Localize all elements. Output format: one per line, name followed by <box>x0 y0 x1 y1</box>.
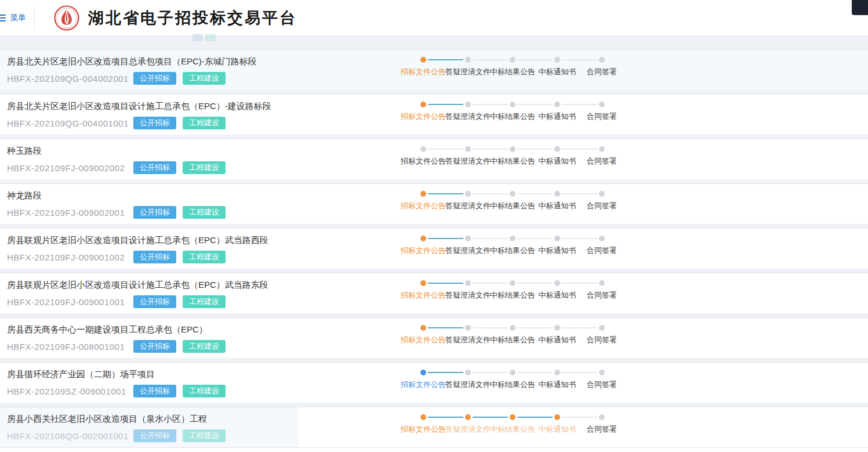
project-title[interactable]: 房县联观片区老旧小区改造项目设计施工总承包（EPC）武当路东段 <box>7 279 406 291</box>
step-label[interactable]: 答疑澄清文件 <box>445 335 491 345</box>
step-label[interactable]: 招标文件公告 <box>401 290 446 301</box>
project-row[interactable]: 种玉路段 HBFX-202109FJ-009002002 公开招标工程建设 招标… <box>0 139 868 179</box>
step-label[interactable]: 答疑澄清文件 <box>445 201 491 211</box>
project-title[interactable]: 房县北关片区老旧小区改造项目总承包项目（EPC)-东城门路标段 <box>7 55 406 68</box>
tag-engineering: 工程建设 <box>183 385 226 397</box>
step-dot <box>465 191 471 197</box>
stepper: 招标文件公告答疑澄清文件中标结果公告中标通知书合同签署 <box>406 407 638 448</box>
project-row[interactable]: 房县西关商务中心一期建设项目工程总承包（EPC） HBFX-202109FJ-0… <box>0 317 868 358</box>
step-connector <box>473 283 508 284</box>
step-dot <box>599 280 605 286</box>
step-label[interactable]: 合同签署 <box>587 201 617 211</box>
step-label[interactable]: 招标文件公告 <box>401 67 446 77</box>
step-label[interactable]: 合同签署 <box>587 379 617 390</box>
step-connector <box>562 104 597 105</box>
step-label[interactable]: 中标通知书 <box>539 379 576 390</box>
project-row[interactable]: 房县联观片区老旧小区改造项目设计施工总承包（EPC）武当路东段 HBFX-202… <box>0 273 868 313</box>
step-label[interactable]: 招标文件公告 <box>401 201 446 211</box>
step-label[interactable]: 中标结果公告 <box>490 67 535 77</box>
step-label[interactable]: 中标通知书 <box>539 156 576 167</box>
step-label[interactable]: 中标结果公告 <box>490 335 535 345</box>
step-label[interactable]: 招标文件公告 <box>401 424 446 435</box>
project-title[interactable]: 房县西关商务中心一期建设项目工程总承包（EPC） <box>7 323 406 336</box>
project-row[interactable]: 房县联观片区老旧小区改造项目设计施工总承包（EPC）武当路西段 HBFX-202… <box>0 228 868 269</box>
step-label[interactable]: 中标通知书 <box>539 424 576 435</box>
step-dot <box>599 414 605 420</box>
step-label[interactable]: 合同签署 <box>587 245 617 256</box>
step-label[interactable]: 合同签署 <box>587 67 617 77</box>
step-label[interactable]: 中标通知书 <box>539 290 576 301</box>
step-label[interactable]: 合同签署 <box>587 290 617 301</box>
step-dot <box>465 102 471 107</box>
hamburger-icon <box>0 15 6 21</box>
step-label[interactable]: 答疑澄清文件 <box>445 245 491 256</box>
step-dot <box>599 370 605 375</box>
project-title[interactable]: 种玉路段 <box>7 144 406 157</box>
project-info: 房县西关商务中心一期建设项目工程总承包（EPC） HBFX-202109FJ-0… <box>0 318 406 358</box>
project-title[interactable]: 房县联观片区老旧小区改造项目设计施工总承包（EPC）武当路西段 <box>7 234 406 247</box>
step-label[interactable]: 中标结果公告 <box>490 379 535 390</box>
step-label[interactable]: 合同签署 <box>587 335 617 345</box>
step-connector <box>562 59 597 60</box>
step-label[interactable]: 中标结果公告 <box>490 201 535 211</box>
step-label[interactable]: 合同签署 <box>587 156 617 167</box>
step-label[interactable]: 答疑澄清文件 <box>445 156 491 167</box>
step-label[interactable]: 中标通知书 <box>539 67 576 77</box>
step-label[interactable]: 合同签署 <box>587 111 617 122</box>
step-dot <box>554 102 560 107</box>
step-label[interactable]: 招标文件公告 <box>401 111 446 122</box>
step-label[interactable]: 中标结果公告 <box>490 156 535 167</box>
step-dot <box>554 57 560 63</box>
menu-button[interactable]: 菜单 <box>0 0 26 35</box>
project-title[interactable]: 神龙路段 <box>7 189 406 202</box>
project-title[interactable]: 房县小西关社区老旧小区改造项目（泉水小区）工程 <box>7 413 406 425</box>
step-dot <box>554 191 560 197</box>
step-label[interactable]: 中标结果公告 <box>490 290 535 301</box>
step-dot <box>599 57 605 63</box>
project-title[interactable]: 房县循环经济产业园（二期）场平项目 <box>7 368 406 381</box>
step-label[interactable]: 招标文件公告 <box>401 379 446 390</box>
step-label[interactable]: 招标文件公告 <box>401 245 446 256</box>
step-label[interactable]: 中标通知书 <box>539 201 576 211</box>
step-label[interactable]: 中标通知书 <box>539 335 576 345</box>
step-label[interactable]: 中标通知书 <box>539 111 576 122</box>
step-connector <box>517 238 553 239</box>
step-label[interactable]: 中标结果公告 <box>490 245 535 256</box>
step-label[interactable]: 招标文件公告 <box>401 335 446 345</box>
project-tags: 公开招标工程建设 <box>133 385 232 397</box>
tag-open-bidding: 公开招标 <box>133 117 176 129</box>
step-label[interactable]: 答疑澄清文件 <box>445 67 491 77</box>
tag-open-bidding: 公开招标 <box>133 429 176 442</box>
project-row[interactable]: 房县北关片区老旧小区改造项目总承包项目（EPC)-东城门路标段 HBFX-202… <box>0 49 868 90</box>
step-label[interactable]: 答疑澄清文件 <box>445 424 491 435</box>
project-title[interactable]: 房县北关片区老旧小区改造项目设计施工总承包（EPC）-建设路标段 <box>7 100 406 113</box>
step-label[interactable]: 合同签署 <box>587 424 617 435</box>
step-dot <box>510 280 515 286</box>
project-row[interactable]: 神龙路段 HBFX-202109FJ-009002001 公开招标工程建设 招标… <box>0 183 868 224</box>
step-label[interactable]: 答疑澄清文件 <box>445 379 491 390</box>
project-row[interactable]: 房县北关片区老旧小区改造项目设计施工总承包（EPC）-建设路标段 HBFX-20… <box>0 94 868 135</box>
tag-engineering: 工程建设 <box>183 340 226 353</box>
step-label[interactable]: 答疑澄清文件 <box>445 111 491 122</box>
step-connector <box>428 372 463 373</box>
project-row[interactable]: 房县小西关社区老旧小区改造项目（泉水小区）工程 HBFX-202106QG-00… <box>0 407 868 448</box>
step-connector <box>562 327 597 328</box>
step-label[interactable]: 中标结果公告 <box>490 111 535 122</box>
step-dot <box>420 414 426 420</box>
step-dot <box>420 370 426 375</box>
step-label[interactable]: 答疑澄清文件 <box>445 290 491 301</box>
project-id: HBFX-202109SZ-009001001 <box>7 386 133 396</box>
step-connector <box>428 238 463 239</box>
step-label[interactable]: 中标结果公告 <box>490 424 535 435</box>
tag-open-bidding: 公开招标 <box>133 385 176 397</box>
project-tags: 公开招标工程建设 <box>133 72 232 85</box>
step-connector <box>562 238 597 239</box>
step-dot <box>510 414 515 420</box>
project-row[interactable]: 房县循环经济产业园（二期）场平项目 HBFX-202109SZ-00900100… <box>0 362 868 403</box>
stepper: 招标文件公告答疑澄清文件中标结果公告中标通知书合同签署 <box>406 50 638 91</box>
step-label[interactable]: 招标文件公告 <box>401 156 446 167</box>
tag-engineering: 工程建设 <box>183 206 226 219</box>
step-label[interactable]: 中标通知书 <box>539 245 576 256</box>
step-connector <box>517 59 553 60</box>
step-connector <box>473 417 508 418</box>
